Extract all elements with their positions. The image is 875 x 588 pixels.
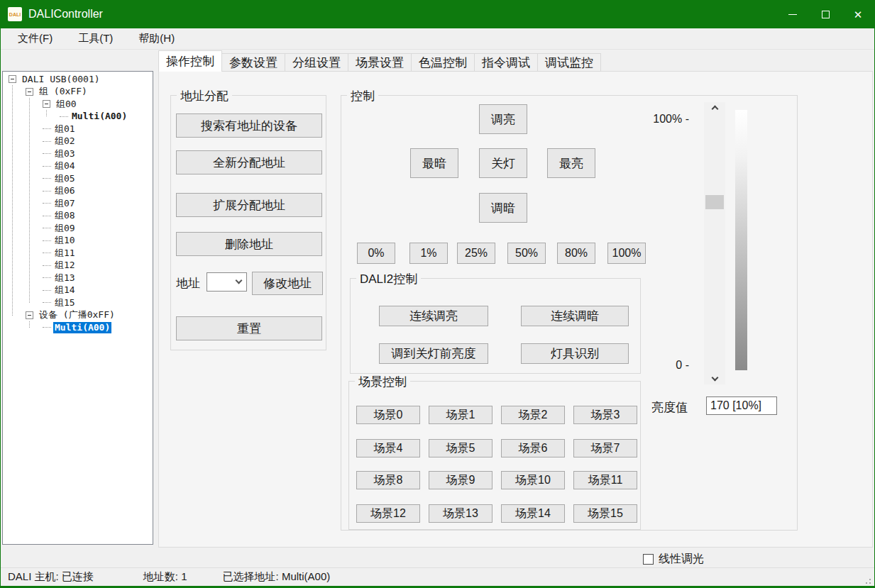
search-addressed-devices-button[interactable]: 搜索有地址的设备 — [176, 113, 322, 138]
tree-row-4[interactable]: 组01 — [3, 123, 153, 135]
scene-button-1[interactable]: 场景1 — [429, 406, 492, 424]
tree-row-15[interactable]: 组12 — [3, 260, 153, 272]
tree-item-label[interactable]: 组08 — [53, 210, 77, 221]
scene-button-9[interactable]: 场景9 — [429, 471, 492, 489]
tree-item-label[interactable]: 组03 — [53, 148, 77, 160]
tree-row-8[interactable]: 组05 — [3, 172, 153, 185]
tree-row-12[interactable]: 组09 — [3, 222, 153, 235]
scene-button-5[interactable]: 场景5 — [429, 439, 492, 457]
brighten-button[interactable]: 调亮 — [479, 104, 527, 134]
tree-item-label[interactable]: 组10 — [53, 235, 77, 246]
restore-pre-off-brightness-button[interactable]: 调到关灯前亮度 — [379, 343, 488, 364]
scene-button-14[interactable]: 场景14 — [501, 504, 565, 523]
tree-row-9[interactable]: 组06 — [3, 185, 153, 198]
tree-item-label[interactable]: 组11 — [53, 248, 77, 259]
scene-button-11[interactable]: 场景11 — [573, 471, 637, 489]
tree-row-11[interactable]: 组08 — [3, 210, 153, 223]
tree-item-label[interactable]: 组14 — [53, 284, 77, 296]
darkest-button[interactable]: 最暗 — [410, 148, 458, 178]
scroll-down-button[interactable] — [704, 373, 725, 384]
tree-item-label[interactable]: 组12 — [53, 260, 77, 271]
minimize-button[interactable] — [776, 0, 809, 28]
tree-item-label[interactable]: 组04 — [53, 160, 77, 172]
tree-item-label[interactable]: 组15 — [53, 297, 77, 309]
address-combobox[interactable] — [207, 272, 247, 292]
tree-row-13[interactable]: 组10 — [3, 235, 153, 248]
tree-row-6[interactable]: 组03 — [3, 148, 153, 160]
brightest-button[interactable]: 最亮 — [547, 148, 595, 178]
resize-grip[interactable] — [869, 579, 871, 580]
tree-row-0[interactable]: DALI USB(0001) — [3, 73, 153, 86]
scene-button-6[interactable]: 场景6 — [501, 439, 565, 457]
tree-collapse-icon[interactable] — [9, 75, 16, 83]
scene-button-8[interactable]: 场景8 — [356, 471, 420, 489]
linear-dimming-checkbox[interactable] — [643, 554, 654, 565]
tree-item-label[interactable]: 组09 — [53, 223, 77, 234]
tree-item-label[interactable]: 设备 (广播0xFF) — [38, 309, 116, 321]
tree-item-label[interactable]: 组02 — [53, 135, 77, 147]
tree-item-label[interactable]: 组00 — [55, 99, 78, 110]
tree-item-label[interactable]: 组05 — [53, 173, 77, 184]
percent-button-3[interactable]: 50% — [507, 243, 546, 264]
tree-row-20[interactable]: Multi(A00) — [3, 321, 153, 334]
tab-4[interactable]: 色温控制 — [412, 53, 475, 72]
scrollbar-thumb[interactable] — [705, 195, 724, 209]
tree-row-7[interactable]: 组04 — [3, 160, 153, 173]
tree-row-19[interactable]: 设备 (广播0xFF) — [3, 309, 153, 322]
tab-2[interactable]: 分组设置 — [285, 53, 348, 72]
percent-button-5[interactable]: 100% — [607, 243, 646, 264]
tree-item-label[interactable]: DALI USB(0001) — [21, 74, 101, 85]
percent-button-0[interactable]: 0% — [357, 243, 395, 264]
scene-button-7[interactable]: 场景7 — [573, 439, 637, 457]
luminaire-identify-button[interactable]: 灯具识别 — [521, 343, 629, 364]
tree-collapse-icon[interactable] — [26, 311, 33, 319]
tree-item-label[interactable]: 组 (0xFF) — [38, 86, 89, 97]
tree-item-label[interactable]: 组13 — [53, 272, 77, 284]
maximize-button[interactable] — [809, 0, 842, 28]
tree-row-1[interactable]: 组 (0xFF) — [3, 86, 153, 99]
tree-item-label[interactable]: Multi(A00) — [70, 111, 128, 122]
tree-row-17[interactable]: 组14 — [3, 284, 153, 297]
delete-address-button[interactable]: 删除地址 — [176, 232, 322, 256]
tab-3[interactable]: 场景设置 — [348, 53, 412, 72]
scene-button-2[interactable]: 场景2 — [501, 406, 565, 424]
tree-row-18[interactable]: 组15 — [3, 296, 153, 309]
tree-row-5[interactable]: 组02 — [3, 135, 153, 148]
tree-item-label[interactable]: Multi(A00) — [53, 322, 111, 333]
tree-row-14[interactable]: 组11 — [3, 247, 153, 260]
scene-button-12[interactable]: 场景12 — [356, 504, 420, 523]
reset-button[interactable]: 重置 — [176, 316, 322, 340]
scene-button-0[interactable]: 场景0 — [356, 406, 420, 424]
tree-row-3[interactable]: Multi(A00) — [3, 111, 153, 123]
tree-collapse-icon[interactable] — [43, 100, 50, 108]
tree-item-label[interactable]: 组01 — [53, 123, 77, 135]
tree-collapse-icon[interactable] — [26, 88, 33, 96]
scene-button-10[interactable]: 场景10 — [501, 471, 565, 489]
menu-help[interactable]: 帮助(H) — [134, 30, 179, 48]
lights-off-button[interactable]: 关灯 — [479, 148, 527, 178]
dim-button[interactable]: 调暗 — [479, 193, 527, 223]
scroll-up-button[interactable] — [704, 102, 725, 113]
extend-assign-address-button[interactable]: 扩展分配地址 — [176, 193, 322, 217]
menu-tools[interactable]: 工具(T) — [74, 30, 117, 48]
tree-row-16[interactable]: 组13 — [3, 272, 153, 284]
tree-row-2[interactable]: 组00 — [3, 98, 153, 111]
tab-6[interactable]: 调试监控 — [538, 53, 601, 72]
percent-button-2[interactable]: 25% — [457, 243, 495, 264]
tab-1[interactable]: 参数设置 — [222, 53, 285, 72]
continuous-brighten-button[interactable]: 连续调亮 — [379, 306, 488, 326]
brightness-scrollbar[interactable] — [704, 102, 725, 384]
tab-5[interactable]: 指令调试 — [475, 53, 538, 72]
percent-button-4[interactable]: 80% — [557, 243, 595, 264]
continuous-dim-button[interactable]: 连续调暗 — [521, 306, 629, 326]
tree-item-label[interactable]: 组07 — [53, 198, 77, 209]
tab-0[interactable]: 操作控制 — [158, 50, 222, 72]
brightness-value-box[interactable]: 170 [10%] — [706, 396, 777, 415]
modify-address-button[interactable]: 修改地址 — [252, 272, 323, 295]
menu-file[interactable]: 文件(F) — [13, 30, 57, 48]
scene-button-3[interactable]: 场景3 — [573, 406, 637, 424]
tree-item-label[interactable]: 组06 — [53, 185, 77, 196]
close-button[interactable]: ✕ — [842, 0, 874, 28]
scene-button-4[interactable]: 场景4 — [356, 439, 420, 457]
tree-row-10[interactable]: 组07 — [3, 197, 153, 210]
